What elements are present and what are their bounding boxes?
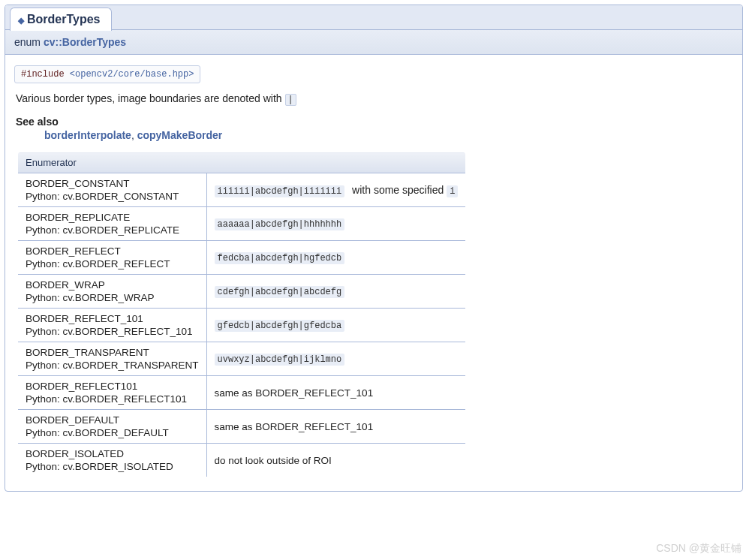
enum-name: BORDER_DEFAULT bbox=[26, 414, 199, 426]
table-row: BORDER_CONSTANTPython: cv.BORDER_CONSTAN… bbox=[18, 173, 466, 207]
signature-link[interactable]: cv::BorderTypes bbox=[44, 36, 126, 48]
enum-python: Python: cv.BORDER_CONSTANT bbox=[26, 191, 199, 202]
enum-name: BORDER_WRAP bbox=[26, 279, 199, 291]
enum-desc-cell: same as BORDER_REFLECT_101 bbox=[206, 410, 466, 444]
enum-name-cell: BORDER_REFLECT_101Python: cv.BORDER_REFL… bbox=[18, 309, 207, 342]
enum-name: BORDER_TRANSPARENT bbox=[26, 347, 199, 358]
enum-python: Python: cv.BORDER_DEFAULT bbox=[26, 427, 199, 438]
enum-name: BORDER_REFLECT101 bbox=[26, 381, 199, 392]
enum-name-cell: BORDER_CONSTANTPython: cv.BORDER_CONSTAN… bbox=[18, 173, 207, 207]
enum-desc-code: uvwxyz|abcdefgh|ijklmno bbox=[215, 354, 345, 366]
include-keyword: #include bbox=[21, 69, 70, 80]
enum-desc-cell: uvwxyz|abcdefgh|ijklmno bbox=[206, 342, 466, 376]
enum-python: Python: cv.BORDER_REFLECT_101 bbox=[26, 326, 199, 337]
enum-name: BORDER_REFLECT_101 bbox=[26, 313, 199, 324]
see-also-link-2[interactable]: copyMakeBorder bbox=[137, 129, 223, 141]
signature-bar: enum cv::BorderTypes bbox=[5, 30, 742, 55]
enum-desc-cell: aaaaaa|abcdefgh|hhhhhhh bbox=[206, 207, 466, 241]
diamond-icon: ◆ bbox=[18, 16, 24, 25]
content-area: #include <opencv2/core/base.hpp> Various… bbox=[5, 55, 742, 491]
enum-name-cell: BORDER_ISOLATEDPython: cv.BORDER_ISOLATE… bbox=[18, 444, 207, 477]
enum-name-cell: BORDER_TRANSPARENTPython: cv.BORDER_TRAN… bbox=[18, 342, 207, 376]
description-text: Various border types, image boundaries a… bbox=[16, 92, 285, 104]
table-row: BORDER_REFLECT101Python: cv.BORDER_REFLE… bbox=[18, 376, 466, 410]
enum-desc-code: aaaaaa|abcdefgh|hhhhhhh bbox=[215, 218, 345, 230]
enum-desc-text: same as BORDER_REFLECT_101 bbox=[215, 387, 374, 399]
enum-desc-cell: fedcba|abcdefgh|hgfedcb bbox=[206, 241, 466, 275]
enum-python: Python: cv.BORDER_TRANSPARENT bbox=[26, 360, 199, 371]
tab-title: BorderTypes bbox=[27, 13, 101, 26]
table-row: BORDER_REFLECTPython: cv.BORDER_REFLECTf… bbox=[18, 241, 466, 275]
enum-desc-text: do not look outside of ROI bbox=[215, 455, 332, 466]
table-row: BORDER_WRAPPython: cv.BORDER_WRAPcdefgh|… bbox=[18, 275, 466, 309]
include-path: <opencv2/core/base.hpp> bbox=[70, 69, 194, 80]
enum-name-cell: BORDER_REFLECTPython: cv.BORDER_REFLECT bbox=[18, 241, 207, 275]
enum-name: BORDER_CONSTANT bbox=[26, 178, 199, 189]
table-row: BORDER_REPLICATEPython: cv.BORDER_REPLIC… bbox=[18, 207, 466, 241]
enum-name-cell: BORDER_DEFAULTPython: cv.BORDER_DEFAULT bbox=[18, 410, 207, 444]
include-directive: #include <opencv2/core/base.hpp> bbox=[14, 65, 200, 83]
see-also-link-1[interactable]: borderInterpolate bbox=[44, 129, 131, 141]
enum-desc-code: gfedcb|abcdefgh|gfedcba bbox=[215, 320, 345, 332]
enum-name-cell: BORDER_REFLECT101Python: cv.BORDER_REFLE… bbox=[18, 376, 207, 410]
enum-python: Python: cv.BORDER_REPLICATE bbox=[26, 224, 199, 236]
enum-name-cell: BORDER_REPLICATEPython: cv.BORDER_REPLIC… bbox=[18, 207, 207, 241]
enum-name: BORDER_ISOLATED bbox=[26, 448, 199, 459]
enum-desc-code: fedcba|abcdefgh|hgfedcb bbox=[215, 252, 345, 264]
panel: ◆BorderTypes enum cv::BorderTypes #inclu… bbox=[5, 5, 743, 492]
title-tab[interactable]: ◆BorderTypes bbox=[10, 8, 112, 31]
description-literal: | bbox=[285, 94, 296, 106]
enum-python: Python: cv.BORDER_WRAP bbox=[26, 292, 199, 303]
table-header: Enumerator bbox=[18, 152, 466, 173]
enum-python: Python: cv.BORDER_ISOLATED bbox=[26, 461, 199, 472]
enum-desc-cell: same as BORDER_REFLECT_101 bbox=[206, 376, 466, 410]
enum-desc-code: cdefgh|abcdefgh|abcdefg bbox=[215, 286, 345, 298]
description: Various border types, image boundaries a… bbox=[16, 92, 732, 105]
enum-desc-cell: do not look outside of ROI bbox=[206, 444, 466, 477]
enum-python: Python: cv.BORDER_REFLECT101 bbox=[26, 393, 199, 405]
tab-row: ◆BorderTypes bbox=[5, 5, 742, 30]
see-also-label: See also bbox=[16, 116, 732, 128]
see-also-separator: , bbox=[131, 129, 137, 141]
enum-desc-code: iiiiii|abcdefgh|iiiiiii bbox=[215, 185, 345, 197]
enum-desc-cell: gfedcb|abcdefgh|gfedcba bbox=[206, 309, 466, 342]
table-row: BORDER_REFLECT_101Python: cv.BORDER_REFL… bbox=[18, 309, 466, 342]
enumerator-table: Enumerator BORDER_CONSTANTPython: cv.BOR… bbox=[17, 152, 466, 477]
table-row: BORDER_DEFAULTPython: cv.BORDER_DEFAULTs… bbox=[18, 410, 466, 444]
enum-desc-cell: iiiiii|abcdefgh|iiiiiii with some specif… bbox=[206, 173, 466, 207]
signature-prefix: enum bbox=[14, 36, 44, 48]
see-also-links: borderInterpolate, copyMakeBorder bbox=[44, 129, 732, 141]
enum-desc-extra: with some specified bbox=[349, 184, 447, 196]
enum-desc-extra-code: i bbox=[447, 185, 458, 197]
enum-python: Python: cv.BORDER_REFLECT bbox=[26, 258, 199, 269]
enum-name: BORDER_REFLECT bbox=[26, 245, 199, 257]
enum-desc-cell: cdefgh|abcdefgh|abcdefg bbox=[206, 275, 466, 309]
enum-name-cell: BORDER_WRAPPython: cv.BORDER_WRAP bbox=[18, 275, 207, 309]
table-row: BORDER_ISOLATEDPython: cv.BORDER_ISOLATE… bbox=[18, 444, 466, 477]
enum-name: BORDER_REPLICATE bbox=[26, 212, 199, 223]
table-row: BORDER_TRANSPARENTPython: cv.BORDER_TRAN… bbox=[18, 342, 466, 376]
enum-desc-text: same as BORDER_REFLECT_101 bbox=[215, 421, 374, 432]
